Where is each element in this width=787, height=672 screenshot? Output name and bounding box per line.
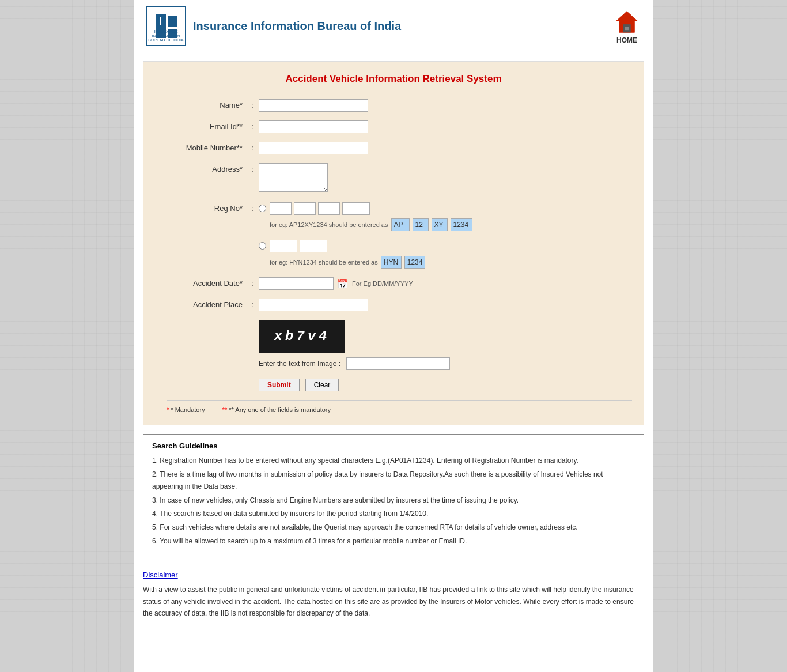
reg-hint-2: for eg: HYN1234 should be entered as bbox=[270, 259, 378, 266]
guidelines-title: Search Guidelines bbox=[152, 441, 635, 450]
reg-hint-xy bbox=[432, 218, 448, 231]
buttons-row: Submit Clear bbox=[259, 379, 632, 391]
logo-text-area: Insurance Information Bureau of India bbox=[193, 20, 401, 33]
accident-date-input[interactable] bbox=[259, 277, 334, 290]
reg-hint-1: for eg: AP12XY1234 should be entered as bbox=[270, 221, 388, 228]
accident-place-input[interactable] bbox=[259, 299, 368, 311]
accident-place-label: Accident Place bbox=[155, 299, 247, 309]
submit-button[interactable]: Submit bbox=[259, 379, 300, 391]
accident-date-label: Accident Date* bbox=[155, 277, 247, 288]
disclaimer-link[interactable]: Disclaimer bbox=[143, 571, 644, 579]
address-input[interactable] bbox=[259, 163, 328, 192]
mandatory-double: ** ** Any one of the fields is mandatory bbox=[222, 406, 331, 413]
logo-box: I INSURANCE INFORMATIONBUREAU OF INDIA bbox=[146, 6, 186, 46]
email-input[interactable] bbox=[259, 120, 368, 133]
date-format-hint: For Eg:DD/MM/YYYY bbox=[352, 280, 413, 287]
mandatory-row: * * Mandatory ** ** Any one of the field… bbox=[167, 400, 632, 413]
reg-box-2b[interactable] bbox=[300, 240, 327, 252]
captcha-label: Enter the text from Image : bbox=[259, 360, 340, 368]
name-row: Name* : bbox=[155, 99, 632, 112]
reg-box-2a[interactable] bbox=[270, 240, 297, 252]
form-title: Accident Vehicle Information Retrieval S… bbox=[155, 73, 632, 85]
clear-button[interactable]: Clear bbox=[305, 379, 339, 391]
reg-hint-1234 bbox=[451, 218, 472, 231]
home-label: HOME bbox=[616, 36, 637, 44]
disclaimer-text: With a view to assist the public in gene… bbox=[143, 584, 644, 619]
captcha-area: xb7v4 Enter the text from Image : bbox=[259, 320, 632, 370]
disclaimer-section: Disclaimer With a view to assist the pub… bbox=[143, 565, 644, 619]
address-row: Address* : bbox=[155, 163, 632, 194]
reg-option-1: for eg: AP12XY1234 should be entered as bbox=[259, 202, 632, 231]
reg-radio-2[interactable] bbox=[259, 242, 266, 250]
accident-date-row: Accident Date* : 📅 For Eg:DD/MM/YYYY bbox=[155, 277, 632, 290]
accident-place-row: Accident Place : bbox=[155, 299, 632, 311]
mobile-label: Mobile Number** bbox=[155, 142, 247, 152]
address-label: Address* bbox=[155, 163, 247, 173]
home-button[interactable]: HOME bbox=[612, 7, 641, 44]
reg-hint-12 bbox=[413, 218, 429, 231]
reg-no-label: Reg No* bbox=[155, 202, 247, 213]
reg-no-row: Reg No* : bbox=[155, 202, 632, 269]
svg-rect-2 bbox=[625, 27, 629, 30]
reg-option-2: for eg: HYN1234 should be entered as bbox=[259, 240, 632, 269]
header: I INSURANCE INFORMATIONBUREAU OF INDIA I… bbox=[134, 0, 653, 52]
reg-box-1b[interactable] bbox=[294, 202, 316, 215]
email-row: Email Id** : bbox=[155, 120, 632, 133]
name-label: Name* bbox=[155, 99, 247, 110]
main-form-area: Accident Vehicle Information Retrieval S… bbox=[143, 61, 644, 425]
logo-subtitle: INSURANCE INFORMATIONBUREAU OF INDIA bbox=[147, 29, 185, 43]
reg-hint-ap bbox=[391, 218, 410, 231]
guidelines-section: Search Guidelines 1. Registration Number… bbox=[143, 434, 644, 556]
org-title: Insurance Information Bureau of India bbox=[193, 20, 401, 33]
calendar-icon[interactable]: 📅 bbox=[337, 278, 349, 289]
guidelines-list: 1. Registration Number has to be entered… bbox=[152, 455, 635, 548]
reg-hint-hyn bbox=[381, 256, 402, 269]
reg-radio-1[interactable] bbox=[259, 205, 266, 212]
mobile-row: Mobile Number** : bbox=[155, 142, 632, 154]
mobile-input[interactable] bbox=[259, 142, 368, 154]
logo-area: I INSURANCE INFORMATIONBUREAU OF INDIA I… bbox=[146, 6, 401, 46]
reg-box-1c[interactable] bbox=[318, 202, 340, 215]
home-icon bbox=[612, 7, 641, 36]
name-input[interactable] bbox=[259, 99, 368, 112]
reg-box-1a[interactable] bbox=[270, 202, 292, 215]
captcha-image: xb7v4 bbox=[259, 320, 345, 353]
mandatory-single: * * Mandatory bbox=[167, 406, 205, 413]
captcha-input[interactable] bbox=[346, 357, 450, 370]
reg-box-1d[interactable] bbox=[342, 202, 370, 215]
reg-no-area: for eg: AP12XY1234 should be entered as bbox=[259, 202, 632, 269]
email-label: Email Id** bbox=[155, 120, 247, 131]
reg-hint-1234b bbox=[404, 256, 425, 269]
